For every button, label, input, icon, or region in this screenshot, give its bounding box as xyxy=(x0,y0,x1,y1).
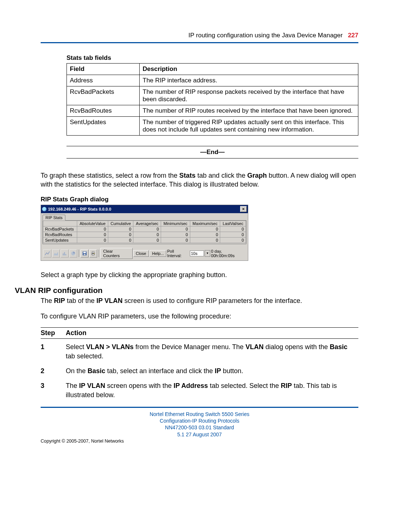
table-row: RcvBadRoutes The number of RIP routes re… xyxy=(67,105,358,117)
help-button[interactable]: Help... xyxy=(150,250,167,257)
col-description: Description xyxy=(140,64,358,75)
poll-interval-input[interactable] xyxy=(190,250,204,256)
dialog-toolbar: Clear Counters Close Help... Poll Interv… xyxy=(41,246,248,260)
page-number: 227 xyxy=(348,32,358,39)
stats-fields-table: Field Description Address The RIP interf… xyxy=(66,63,358,136)
dialog-title-text: 192.168.249.46 - RIP Stats 0.0.0.0 xyxy=(48,207,111,211)
bar-chart-icon[interactable] xyxy=(61,249,69,258)
step-action-header: Step Action xyxy=(41,327,358,339)
stats-grid: AbsoluteValue Cumulative Average/sec Min… xyxy=(43,221,246,243)
clear-counters-button[interactable]: Clear Counters xyxy=(100,248,132,259)
step-row: 1 Select VLAN > VLANs from the Device Ma… xyxy=(41,342,358,361)
svg-rect-6 xyxy=(83,252,86,253)
svg-rect-2 xyxy=(64,252,65,255)
table-row: Address The RIP interface address. xyxy=(67,75,358,86)
runtime-label: 0 day, 00h:00m:09s xyxy=(211,249,246,258)
step-row: 3 The IP VLAN screen opens with the IP A… xyxy=(41,381,358,399)
svg-rect-1 xyxy=(63,253,64,255)
col-field: Field xyxy=(67,64,140,75)
vlan-para-1: The RIP tab of the IP VLAN screen is use… xyxy=(41,296,358,305)
table-row: RcvBadPackets The number of RIP response… xyxy=(67,86,358,105)
table-row: SentUpdates The number of triggered RIP … xyxy=(67,117,358,136)
svg-rect-10 xyxy=(92,254,94,255)
dialog-titlebar: 192.168.249.46 - RIP Stats 0.0.0.0 ✕ xyxy=(41,205,248,213)
svg-point-11 xyxy=(94,253,95,254)
save-icon[interactable] xyxy=(81,249,89,258)
stats-table-caption: Stats tab fields xyxy=(66,54,358,62)
chevron-down-icon[interactable]: ▼ xyxy=(205,250,211,257)
table-row: RcvBadPackets 0 0 0 0 0 0 xyxy=(43,226,246,232)
table-row: SentUpdates 0 0 0 0 0 0 xyxy=(43,237,246,243)
header-title: IP routing configuration using the Java … xyxy=(188,32,342,39)
print-icon[interactable] xyxy=(89,249,98,258)
section-heading: VLAN RIP configuration xyxy=(15,286,358,295)
line-chart-icon[interactable] xyxy=(43,249,51,258)
svg-rect-9 xyxy=(92,251,94,253)
dialog-caption: RIP Stats Graph dialog xyxy=(41,196,358,203)
close-dialog-button[interactable]: Close xyxy=(133,250,149,257)
poll-interval-label: Poll Interval: xyxy=(167,249,189,258)
graph-paragraph: To graph these statistics, select a row … xyxy=(41,171,358,189)
footer: Nortel Ethernet Routing Switch 5500 Seri… xyxy=(41,411,358,438)
vlan-para-2: To configure VLAN RIP parameters, use th… xyxy=(41,312,358,321)
close-button[interactable]: ✕ xyxy=(240,206,247,212)
bottom-rule xyxy=(41,407,358,408)
page-header: IP routing configuration using the Java … xyxy=(41,32,358,39)
area-chart-icon[interactable] xyxy=(52,249,60,258)
rip-stats-dialog: 192.168.249.46 - RIP Stats 0.0.0.0 ✕ RIP… xyxy=(41,205,248,261)
tab-rip-stats[interactable]: RIP Stats xyxy=(42,215,65,221)
select-graph-para: Select a graph type by clicking the appr… xyxy=(41,270,358,279)
svg-rect-7 xyxy=(83,253,85,255)
svg-rect-3 xyxy=(65,254,66,255)
copyright: Copyright © 2005-2007, Nortel Networks xyxy=(41,439,358,444)
end-marker: —End— xyxy=(66,146,358,158)
globe-icon xyxy=(42,207,47,211)
step-row: 2 On the Basic tab, select an interface … xyxy=(41,366,358,375)
top-rule xyxy=(41,42,358,43)
svg-marker-0 xyxy=(54,252,58,255)
pie-chart-icon[interactable] xyxy=(69,249,78,258)
table-row: RcvBadRoutes 0 0 0 0 0 0 xyxy=(43,232,246,237)
end-marker-block: —End— xyxy=(66,146,358,158)
